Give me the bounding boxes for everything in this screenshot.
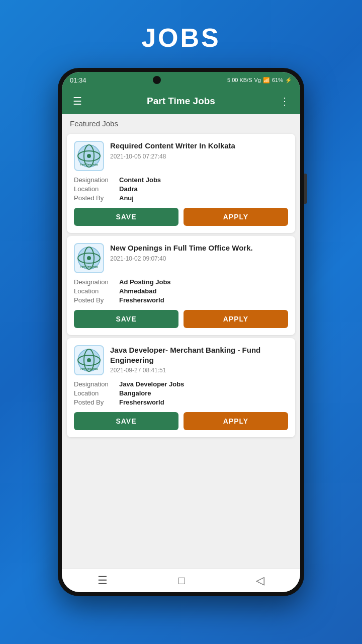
designation-label-3: Designation xyxy=(74,380,119,388)
location-label-2: Location xyxy=(74,287,119,295)
designation-label-2: Designation xyxy=(74,278,119,286)
location-row-1: Location Dadra xyxy=(74,185,288,193)
location-row-3: Location Bangalore xyxy=(74,389,288,397)
network-speed: 5.00 KB/S xyxy=(227,77,252,83)
carrier-label: Vg xyxy=(254,77,261,83)
job-details-2: Designation Ad Posting Jobs Location Ahm… xyxy=(74,278,288,304)
nav-home-icon[interactable]: □ xyxy=(178,574,185,587)
job-logo-2: Part Time Jobs xyxy=(74,243,104,273)
apply-button-2[interactable]: APPLY xyxy=(184,310,288,328)
save-button-1[interactable]: SAVE xyxy=(74,208,178,226)
nav-back-icon[interactable]: ◁ xyxy=(256,574,264,587)
location-value-1: Dadra xyxy=(119,185,138,193)
posted-by-value-3: Freshersworld xyxy=(119,398,164,406)
job-date-1: 2021-10-05 07:27:48 xyxy=(110,153,288,160)
status-bar: 01:34 5.00 KB/S Vg 📶 61% ⚡ xyxy=(62,72,300,88)
location-value-3: Bangalore xyxy=(119,389,151,397)
posted-by-row-3: Posted By Freshersworld xyxy=(74,398,288,406)
location-label-1: Location xyxy=(74,185,119,193)
battery-icon: ⚡ xyxy=(285,77,292,84)
hamburger-icon[interactable]: ☰ xyxy=(70,95,85,107)
job-actions-1: SAVE APPLY xyxy=(74,208,288,226)
job-actions-2: SAVE APPLY xyxy=(74,310,288,328)
camera-notch xyxy=(153,76,161,84)
signal-icon: 📶 xyxy=(263,77,270,84)
posted-by-label-2: Posted By xyxy=(74,296,119,304)
designation-value-2: Ad Posting Jobs xyxy=(119,278,171,286)
nav-menu-icon[interactable]: ☰ xyxy=(98,574,108,587)
location-row-2: Location Ahmedabad xyxy=(74,287,288,295)
designation-value-1: Content Jobs xyxy=(119,176,161,184)
status-time: 01:34 xyxy=(70,76,86,84)
job-card-2: Part Time Jobs New Openings in Full Time… xyxy=(67,236,295,335)
phone-frame: 01:34 5.00 KB/S Vg 📶 61% ⚡ ☰ Part Time J… xyxy=(58,68,304,596)
svg-point-13 xyxy=(87,358,91,362)
designation-label-1: Designation xyxy=(74,176,119,184)
designation-row-2: Designation Ad Posting Jobs xyxy=(74,278,288,286)
job-title-3: Java Developer- Merchant Banking - Fund … xyxy=(110,345,288,365)
app-bar: ☰ Part Time Jobs ⋮ xyxy=(62,88,300,114)
job-info-1: Required Content Writer In Kolkata 2021-… xyxy=(110,141,288,160)
job-actions-3: SAVE APPLY xyxy=(74,412,288,430)
job-info-2: New Openings in Full Time Office Work. 2… xyxy=(110,243,288,262)
svg-text:Part Time Jobs: Part Time Jobs xyxy=(80,163,98,166)
job-card-3: Part Time Jobs Java Developer- Merchant … xyxy=(67,338,295,437)
designation-value-3: Java Developer Jobs xyxy=(119,380,184,388)
designation-row-1: Designation Content Jobs xyxy=(74,176,288,184)
apply-button-3[interactable]: APPLY xyxy=(184,412,288,430)
content-area: Featured Jobs Part Time Jobs Re xyxy=(62,114,300,568)
bottom-nav: ☰ □ ◁ xyxy=(62,568,300,592)
svg-text:Part Time Jobs: Part Time Jobs xyxy=(80,265,98,268)
svg-point-3 xyxy=(87,154,91,158)
page-title: JOBS xyxy=(0,23,362,53)
job-info-3: Java Developer- Merchant Banking - Fund … xyxy=(110,345,288,374)
job-card-1: Part Time Jobs Required Content Writer I… xyxy=(67,134,295,233)
job-details-1: Designation Content Jobs Location Dadra … xyxy=(74,176,288,202)
job-header-1: Part Time Jobs Required Content Writer I… xyxy=(74,141,288,171)
status-icons: 5.00 KB/S Vg 📶 61% ⚡ xyxy=(227,77,292,84)
app-bar-title: Part Time Jobs xyxy=(85,96,277,107)
location-value-2: Ahmedabad xyxy=(119,287,156,295)
designation-row-3: Designation Java Developer Jobs xyxy=(74,380,288,388)
posted-by-row-2: Posted By Freshersworld xyxy=(74,296,288,304)
more-options-icon[interactable]: ⋮ xyxy=(277,95,292,107)
job-logo-1: Part Time Jobs xyxy=(74,141,104,171)
job-date-3: 2021-09-27 08:41:51 xyxy=(110,367,288,374)
svg-point-8 xyxy=(87,256,91,260)
featured-jobs-header: Featured Jobs xyxy=(62,114,300,131)
apply-button-1[interactable]: APPLY xyxy=(184,208,288,226)
posted-by-label-3: Posted By xyxy=(74,398,119,406)
job-logo-3: Part Time Jobs xyxy=(74,345,104,375)
posted-by-value-2: Freshersworld xyxy=(119,296,164,304)
posted-by-row-1: Posted By Anuj xyxy=(74,194,288,202)
posted-by-value-1: Anuj xyxy=(119,194,134,202)
phone-screen: 01:34 5.00 KB/S Vg 📶 61% ⚡ ☰ Part Time J… xyxy=(62,72,300,592)
job-header-2: Part Time Jobs New Openings in Full Time… xyxy=(74,243,288,273)
location-label-3: Location xyxy=(74,389,119,397)
job-details-3: Designation Java Developer Jobs Location… xyxy=(74,380,288,406)
save-button-2[interactable]: SAVE xyxy=(74,310,178,328)
job-title-1: Required Content Writer In Kolkata xyxy=(110,141,288,151)
svg-text:Part Time Jobs: Part Time Jobs xyxy=(80,367,98,370)
job-title-2: New Openings in Full Time Office Work. xyxy=(110,243,288,253)
battery-label: 61% xyxy=(272,77,283,83)
job-date-2: 2021-10-02 09:07:40 xyxy=(110,255,288,262)
posted-by-label-1: Posted By xyxy=(74,194,119,202)
job-header-3: Part Time Jobs Java Developer- Merchant … xyxy=(74,345,288,375)
save-button-3[interactable]: SAVE xyxy=(74,412,178,430)
